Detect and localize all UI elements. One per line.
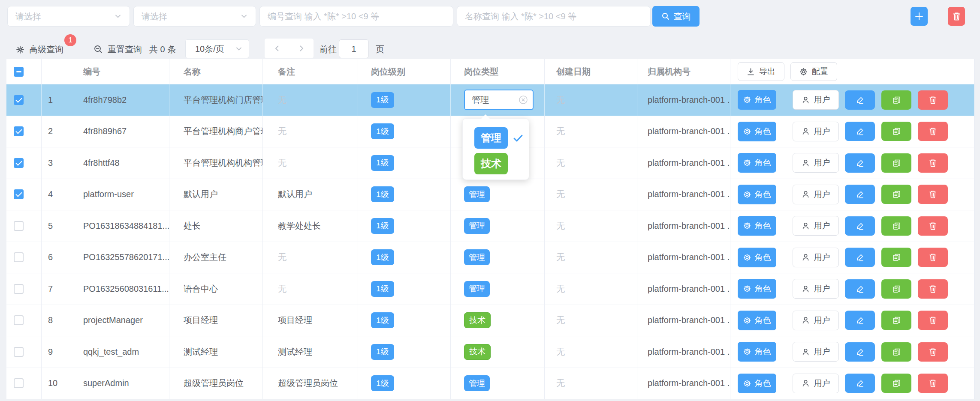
role-button-label: 角色 — [755, 126, 771, 137]
prev-page-button[interactable] — [271, 42, 283, 55]
user-button[interactable]: 用户 — [793, 90, 839, 110]
row-checkbox[interactable] — [14, 347, 24, 357]
row-level-cell: 1级 — [358, 84, 451, 116]
role-button[interactable]: 角色 — [738, 122, 776, 141]
type-badge: 管理 — [464, 281, 490, 297]
goto-page-input[interactable] — [339, 39, 369, 58]
export-button[interactable]: 导出 — [738, 62, 784, 81]
dropdown-option[interactable]: 技术 — [474, 153, 529, 174]
delete-button[interactable] — [918, 185, 948, 204]
row-checkbox[interactable] — [14, 315, 24, 325]
row-checkbox[interactable] — [14, 126, 24, 136]
row-org: platform-branch-001 ... — [637, 273, 730, 305]
table-row: 6 PO16325578620171... 办公室主任 无 1级 管理 无 pl… — [6, 242, 974, 274]
user-button[interactable]: 用户 — [793, 374, 839, 393]
role-button[interactable]: 角色 — [738, 248, 776, 267]
copy-button[interactable] — [881, 248, 911, 267]
copy-button[interactable] — [881, 90, 911, 110]
delete-selected-button[interactable] — [948, 7, 965, 26]
role-button[interactable]: 角色 — [738, 185, 776, 204]
edit-button[interactable] — [845, 342, 875, 362]
advanced-query-label: 高级查询 — [29, 44, 63, 55]
chevron-left-icon — [274, 45, 280, 52]
pagination — [265, 39, 314, 58]
edit-button[interactable] — [845, 311, 875, 330]
role-button[interactable]: 角色 — [738, 279, 776, 299]
row-code: 4fr8httf48 — [77, 147, 169, 179]
row-checkbox[interactable] — [14, 189, 24, 199]
row-checkbox[interactable] — [14, 284, 24, 294]
user-button[interactable]: 用户 — [793, 342, 839, 362]
delete-button[interactable] — [918, 279, 948, 299]
search-button[interactable]: 查询 — [652, 6, 700, 27]
role-button[interactable]: 角色 — [738, 342, 776, 362]
edit-button[interactable] — [845, 185, 875, 204]
pencil-icon — [856, 379, 865, 388]
delete-button[interactable] — [918, 153, 948, 173]
row-org: platform-branch-001 ... — [637, 242, 730, 273]
delete-button[interactable] — [918, 216, 948, 236]
user-button[interactable]: 用户 — [793, 122, 839, 141]
row-checkbox-cell — [6, 242, 42, 273]
row-created: 无 — [545, 368, 637, 399]
edit-button[interactable] — [845, 122, 875, 141]
user-button[interactable]: 用户 — [793, 248, 839, 267]
row-index: 3 — [42, 147, 77, 179]
user-button[interactable]: 用户 — [793, 185, 839, 204]
delete-button[interactable] — [918, 122, 948, 141]
role-button[interactable]: 角色 — [738, 153, 776, 173]
delete-button[interactable] — [918, 311, 948, 330]
name-search-input[interactable]: 名称查询 输入 *陈* >10 <9 等 — [457, 6, 651, 27]
delete-button[interactable] — [918, 248, 948, 267]
delete-button[interactable] — [918, 342, 948, 362]
delete-button[interactable] — [918, 90, 948, 110]
role-button[interactable]: 角色 — [738, 90, 776, 110]
edit-button[interactable] — [845, 153, 875, 173]
dropdown-option[interactable]: 管理 — [474, 127, 529, 149]
edit-button[interactable] — [845, 216, 875, 236]
copy-button[interactable] — [881, 311, 911, 330]
user-button-label: 用户 — [814, 346, 830, 357]
delete-button[interactable] — [918, 374, 948, 393]
select-all-checkbox[interactable] — [14, 67, 24, 77]
copy-button[interactable] — [881, 122, 911, 141]
user-button[interactable]: 用户 — [793, 279, 839, 299]
row-checkbox[interactable] — [14, 221, 24, 231]
copy-button[interactable] — [881, 185, 911, 204]
row-checkbox[interactable] — [14, 95, 24, 105]
edit-button[interactable] — [845, 374, 875, 393]
add-button[interactable] — [911, 7, 928, 26]
copy-button[interactable] — [881, 342, 911, 362]
row-remark: 默认用户 — [263, 179, 358, 210]
row-checkbox[interactable] — [14, 158, 24, 168]
edit-button[interactable] — [845, 248, 875, 267]
filter-select-1[interactable]: 请选择 — [7, 6, 130, 27]
copy-button[interactable] — [881, 374, 911, 393]
code-search-input[interactable]: 编号查询 输入 *陈* >10 <9 等 — [259, 6, 453, 27]
row-actions: 角色 用户 — [730, 368, 974, 399]
config-button[interactable]: 配置 — [790, 62, 837, 81]
copy-button[interactable] — [881, 216, 911, 236]
export-button-label: 导出 — [759, 66, 775, 77]
user-button[interactable]: 用户 — [793, 216, 839, 236]
copy-button[interactable] — [881, 279, 911, 299]
page-size-select[interactable]: 10条/页 — [185, 39, 249, 58]
row-checkbox[interactable] — [14, 252, 24, 262]
role-button[interactable]: 角色 — [738, 311, 776, 330]
edit-button[interactable] — [845, 279, 875, 299]
next-page-button[interactable] — [295, 42, 308, 55]
copy-icon — [892, 127, 901, 136]
reset-query-button[interactable]: 重置查询 — [93, 44, 142, 55]
edit-button[interactable] — [845, 90, 875, 110]
filter-select-2[interactable]: 请选择 — [133, 6, 256, 27]
advanced-query-button[interactable]: 高级查询 — [15, 44, 63, 55]
type-select[interactable]: 管理 — [464, 90, 534, 110]
row-remark: 无 — [263, 84, 358, 116]
row-checkbox[interactable] — [14, 378, 24, 388]
role-button[interactable]: 角色 — [738, 216, 776, 236]
copy-button[interactable] — [881, 153, 911, 173]
user-button[interactable]: 用户 — [793, 311, 839, 330]
role-button[interactable]: 角色 — [738, 374, 776, 393]
user-button[interactable]: 用户 — [793, 153, 839, 173]
clear-icon[interactable] — [519, 95, 528, 105]
